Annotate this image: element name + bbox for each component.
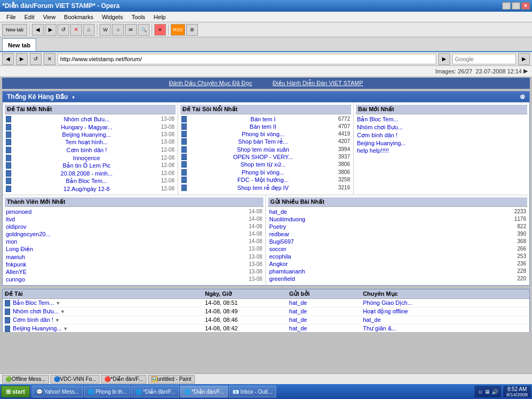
poster-link[interactable]: hat_de [289,325,307,331]
poster-link[interactable]: greenfield [269,276,295,282]
tb-btn-3[interactable]: ✉ [125,24,137,36]
taskbar-item-1[interactable]: 🌐 Phong bi th... [84,386,131,397]
addr-reload-btn[interactable]: ↺ [30,53,41,65]
poster-link[interactable]: Nuoitimduong [269,216,305,222]
member-link[interactable]: mon [6,238,17,245]
tab-new-tab[interactable]: New tab [2,38,36,51]
window-controls[interactable]: _ □ ✕ [502,2,530,10]
topic-link[interactable]: 20.08.2008 - minh... [61,170,113,177]
tb-btn-5[interactable]: ✕ [154,24,166,36]
addr-stop-btn[interactable]: ✕ [44,53,55,65]
topic-link[interactable]: Shop tem rẻ đẹp IV [237,185,289,192]
member-link[interactable]: pimonoed [6,209,31,215]
post-link[interactable]: Beijing Huanying... [357,140,526,146]
stop-button[interactable]: ✕ [70,24,82,36]
search-input[interactable] [452,54,516,64]
member-link[interactable]: goldngocyen20... [6,231,51,237]
manage-link[interactable]: Điều Hành Diễn Đàn VIET STAMP [272,80,363,86]
poster-link[interactable]: redbear [269,231,289,237]
poster-link[interactable]: hat_de [269,209,287,215]
post-link[interactable]: Cơm bình dân ! [13,317,53,323]
taskbar2-item-1[interactable]: 🔵 VDC-VNN Fo... [51,375,99,384]
menu-view[interactable]: View [39,13,60,21]
minimize-button[interactable]: _ [502,2,511,10]
collapse-icon[interactable]: ⊗ [520,93,525,101]
member-link[interactable]: fnkpunk [6,261,27,268]
tb-btn-2[interactable]: ☆ [112,24,124,36]
taskbar-item-4[interactable]: 📧 Inbox - Outl... [229,386,276,397]
topic-link[interactable]: OPEN SHOP - VERY... [233,154,293,160]
topic-link[interactable]: Shop tem mùa xuân [237,146,289,153]
search-go-btn[interactable]: ▶ [518,53,530,65]
menu-bookmarks[interactable]: Bookmarks [60,13,97,21]
poster-link[interactable]: phamtuananh [269,268,305,275]
poster-link[interactable]: Poetry [269,223,286,230]
poster-link[interactable]: Bugi5697 [269,238,294,245]
tb-btn-1[interactable]: W [99,24,111,36]
topic-link[interactable]: Shop tem từ xứ... [240,161,286,168]
post-link[interactable]: Nhóm chơi Bưu... [357,124,526,131]
menu-edit[interactable]: Edit [20,13,39,21]
start-button[interactable]: ⊞ start [1,386,30,397]
menu-help[interactable]: Help [149,13,170,21]
category-link[interactable]: hat_de [363,317,381,323]
page-content[interactable]: Đánh Dấu Chuyên Mục Đã Đọc Điều Hành Diễ… [0,77,532,332]
taskbar-item-0[interactable]: 💬 Yahoo! Mess... [32,386,83,397]
back-button[interactable]: ◀ [32,24,44,36]
member-link[interactable]: oldiprov [6,223,27,230]
topic-link[interactable]: Bán tem II [250,123,276,130]
topic-link[interactable]: Hungary - Magyar... [61,124,112,130]
category-link[interactable]: Thư giãn &... [363,325,396,331]
post-link[interactable]: Nhóm chơi Bưu... [13,308,59,314]
post-link[interactable]: Cơm bình dân ! [357,132,526,139]
addr-back-btn[interactable]: ◀ [2,53,14,65]
menu-file[interactable]: File [2,13,20,21]
topic-link[interactable]: Cơm bình dân ! [66,147,107,154]
reload-button[interactable]: ↺ [57,24,69,36]
topic-link[interactable]: FDC - Một hướng... [237,177,288,184]
menu-tools[interactable]: Tools [127,13,149,21]
topic-link[interactable]: Bán tem I [251,116,276,122]
member-link[interactable]: maeiuh [6,254,25,260]
home-button[interactable]: ⌂ [83,24,95,36]
url-input[interactable] [57,54,436,64]
menu-widgets[interactable]: Widgets [97,13,127,21]
topic-link[interactable]: Phong bì vòng... [242,131,284,137]
topic-link[interactable]: Nhóm chơi Bưu... [64,116,110,123]
taskbar-item-2[interactable]: 🌐 *Diễn đàn/F... [131,386,179,397]
addr-fwd-btn[interactable]: ▶ [16,53,28,65]
poster-link[interactable]: soccer [269,246,286,252]
post-link[interactable]: Bản Bloc Tem... [13,300,54,306]
poster-link[interactable]: ecophila [269,253,291,260]
category-link[interactable]: Hoạt động offline [363,308,408,314]
addr-go-btn[interactable]: ▶ [438,53,450,65]
topic-link[interactable]: Shop bán Tem rẻ... [238,138,288,145]
member-link[interactable]: AllenYE [6,269,27,275]
new-tab-button[interactable]: New tab [2,24,27,36]
post-link[interactable]: Beijing Huanying... [13,325,62,331]
member-link[interactable]: cunngo [6,276,25,282]
member-link[interactable]: ltvd [6,216,15,222]
poster-link[interactable]: hat_de [289,308,307,314]
forward-button[interactable]: ▶ [45,24,56,36]
poster-link[interactable]: hat_de [289,317,307,323]
topic-link[interactable]: Phong bì vòng... [242,169,284,176]
poster-link[interactable]: Angkor [269,261,288,267]
taskbar2-item-3[interactable]: 🖼️ untitled - Paint [148,375,195,384]
taskbar-item-3[interactable]: 🌐 *Diễn đàn/F... [180,386,228,397]
poster-link[interactable]: hat_de [289,300,307,306]
topic-link[interactable]: Tem hoạt hình... [65,139,108,146]
taskbar2-item-2[interactable]: 🔴 *Diễn đàn/F... [101,375,146,384]
restore-button[interactable]: □ [512,2,520,10]
post-link[interactable]: Bản Bloc Tem... [357,116,526,123]
tb-btn-6[interactable]: ⚙ [186,24,198,36]
category-link[interactable]: Phòng Giao Dịch... [363,300,412,306]
topic-link[interactable]: Innocence [73,155,100,161]
taskbar2-item-0[interactable]: 🟢 Offline Mess... [2,375,49,384]
member-link[interactable]: Long Điền [6,246,33,253]
tb-btn-feed[interactable]: RSS [171,24,185,36]
topic-link[interactable]: 12.Aug/ngày 12-8 [63,186,110,192]
mark-read-link[interactable]: Đánh Dấu Chuyên Mục Đã Đọc [169,80,252,86]
close-button[interactable]: ✕ [521,2,530,10]
topic-link[interactable]: Beijing Huanying... [62,131,111,138]
